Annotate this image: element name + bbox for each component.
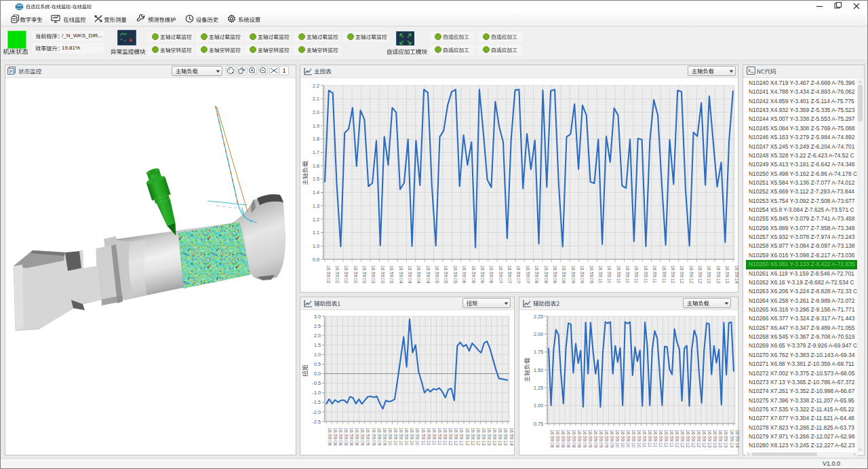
svg-text:16:59:10: 16:59:10 [615, 430, 620, 448]
svg-text:1.75: 1.75 [534, 349, 543, 355]
svg-text:16:59:12: 16:59:12 [675, 430, 679, 448]
svg-text:16:59:12: 16:59:12 [696, 430, 701, 448]
svg-text:16:59:12: 16:59:12 [691, 430, 696, 448]
svg-text:0.75: 0.75 [534, 421, 543, 427]
svg-text:16:59:13: 16:59:13 [724, 430, 728, 448]
svg-text:16:59:09: 16:59:09 [588, 430, 593, 448]
svg-text:16:59:11: 16:59:11 [653, 430, 658, 447]
svg-text:16:59:11: 16:59:11 [664, 430, 669, 447]
svg-text:16:59:09: 16:59:09 [593, 430, 598, 448]
svg-text:16:59:08: 16:59:08 [577, 430, 582, 448]
svg-text:16:59:10: 16:59:10 [620, 430, 625, 448]
svg-text:16:59:12: 16:59:12 [686, 430, 690, 448]
svg-text:16:59:13: 16:59:13 [713, 430, 717, 448]
svg-text:16:59:10: 16:59:10 [637, 430, 642, 448]
svg-text:16:59:11: 16:59:11 [648, 430, 652, 447]
svg-text:16:59:13: 16:59:13 [707, 430, 712, 448]
svg-text:16:59:08: 16:59:08 [561, 430, 566, 448]
svg-text:16:59:09: 16:59:09 [610, 430, 614, 448]
svg-text:16:59:11: 16:59:11 [669, 430, 674, 447]
svg-text:16:59:10: 16:59:10 [631, 430, 636, 448]
svg-text:2.25: 2.25 [534, 314, 543, 320]
svg-text:16:59:13: 16:59:13 [718, 430, 723, 448]
svg-text:16:59:09: 16:59:09 [583, 430, 587, 448]
svg-text:16:59:08: 16:59:08 [555, 430, 560, 448]
svg-text:16:59:12: 16:59:12 [702, 430, 707, 448]
svg-text:16:59:08: 16:59:08 [566, 430, 571, 448]
svg-text:16:59:11: 16:59:11 [642, 430, 647, 447]
svg-text:16:59:11: 16:59:11 [658, 430, 663, 447]
svg-text:16:59:09: 16:59:09 [599, 430, 604, 448]
svg-text:2.00: 2.00 [534, 331, 543, 337]
svg-text:16:59:09: 16:59:09 [604, 430, 609, 448]
svg-text:16:59:13: 16:59:13 [730, 430, 734, 448]
svg-text:1.50: 1.50 [534, 367, 543, 373]
svg-text:16:59:08: 16:59:08 [572, 430, 576, 448]
svg-text:1.25: 1.25 [534, 385, 543, 391]
svg-text:16:59:12: 16:59:12 [680, 430, 685, 448]
svg-text:16:59:10: 16:59:10 [626, 430, 631, 448]
svg-text:16:59:14: 16:59:14 [735, 430, 740, 448]
svg-text:16:59:08: 16:59:08 [550, 430, 555, 448]
svg-text:1.00: 1.00 [534, 402, 543, 409]
